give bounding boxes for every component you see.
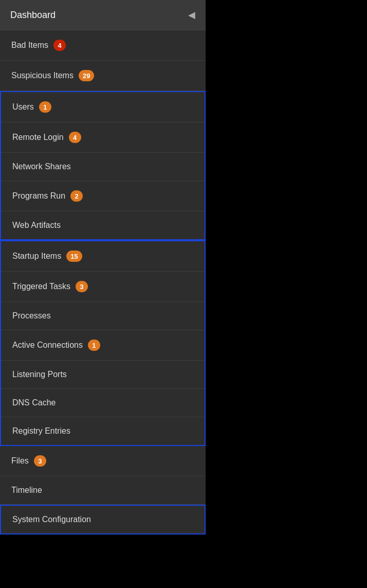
active-connections-badge: 1	[88, 340, 100, 351]
sidebar-item-network-shares[interactable]: Network Shares	[1, 153, 205, 181]
network-shares-label: Network Shares	[12, 162, 71, 171]
bad-items-label: Bad Items	[11, 41, 48, 50]
dashboard-header[interactable]: Dashboard ◀	[0, 0, 206, 30]
startup-items-label: Startup Items	[12, 252, 61, 261]
registry-entries-label: Registry Entries	[12, 426, 70, 436]
sidebar: Dashboard ◀ Bad Items 4 Suspicious Items…	[0, 0, 206, 534]
programs-run-label: Programs Run	[12, 191, 65, 201]
timeline-label: Timeline	[11, 486, 42, 495]
programs-run-badge: 2	[70, 190, 83, 202]
suspicious-items-badge: 29	[79, 70, 94, 81]
users-badge: 1	[39, 101, 51, 113]
suspicious-items-label: Suspicious Items	[11, 71, 74, 80]
sidebar-item-system-configuration[interactable]: System Configuration	[1, 506, 205, 533]
sidebar-item-remote-login[interactable]: Remote Login 4	[1, 122, 205, 153]
sidebar-item-users[interactable]: Users 1	[1, 92, 205, 122]
sidebar-item-suspicious-items[interactable]: Suspicious Items 29	[0, 61, 206, 91]
group-system-activity: Startup Items 15 Triggered Tasks 3 Proce…	[0, 240, 206, 446]
bad-items-badge: 4	[53, 40, 66, 51]
sidebar-item-active-connections[interactable]: Active Connections 1	[1, 330, 205, 361]
listening-ports-label: Listening Ports	[12, 370, 67, 379]
sidebar-item-timeline[interactable]: Timeline	[0, 476, 206, 505]
processes-label: Processes	[12, 311, 51, 320]
startup-items-badge: 15	[66, 251, 82, 262]
files-badge: 3	[34, 455, 46, 467]
remote-login-label: Remote Login	[12, 133, 64, 142]
users-label: Users	[12, 102, 34, 112]
remote-login-badge: 4	[69, 132, 81, 143]
group-user-activity: Users 1 Remote Login 4 Network Shares Pr…	[0, 91, 206, 240]
collapse-icon[interactable]: ◀	[188, 9, 195, 21]
files-label: Files	[11, 456, 29, 466]
sidebar-item-bad-items[interactable]: Bad Items 4	[0, 30, 206, 61]
sidebar-item-programs-run[interactable]: Programs Run 2	[1, 181, 205, 211]
sidebar-item-web-artifacts[interactable]: Web Artifacts	[1, 211, 205, 239]
sidebar-item-registry-entries[interactable]: Registry Entries	[1, 417, 205, 445]
sidebar-item-dns-cache[interactable]: DNS Cache	[1, 389, 205, 417]
sidebar-item-processes[interactable]: Processes	[1, 302, 205, 330]
web-artifacts-label: Web Artifacts	[12, 221, 61, 230]
dns-cache-label: DNS Cache	[12, 398, 56, 407]
sidebar-item-startup-items[interactable]: Startup Items 15	[1, 241, 205, 272]
sidebar-item-listening-ports[interactable]: Listening Ports	[1, 361, 205, 389]
active-connections-label: Active Connections	[12, 341, 83, 350]
group-system-configuration: System Configuration	[0, 505, 206, 534]
triggered-tasks-label: Triggered Tasks	[12, 282, 70, 291]
dashboard-title: Dashboard	[10, 10, 56, 21]
sidebar-item-files[interactable]: Files 3	[0, 446, 206, 476]
sidebar-item-triggered-tasks[interactable]: Triggered Tasks 3	[1, 272, 205, 302]
system-configuration-label: System Configuration	[12, 515, 91, 524]
triggered-tasks-badge: 3	[76, 281, 88, 292]
